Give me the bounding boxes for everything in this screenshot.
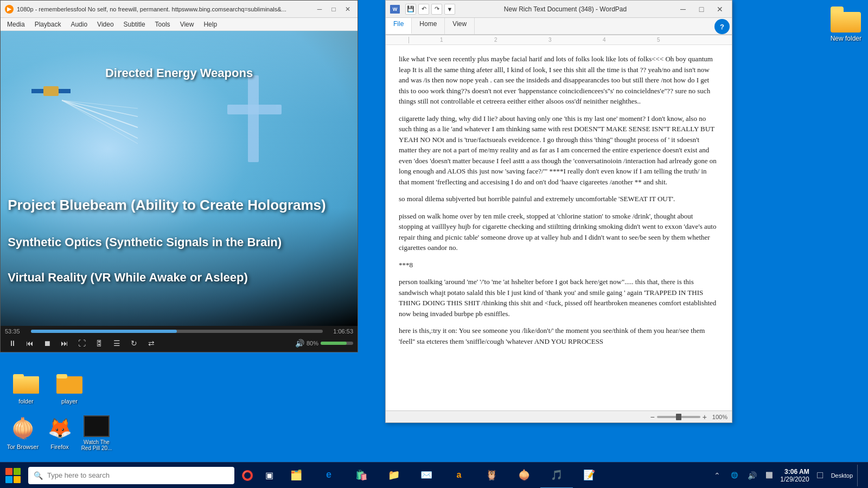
vlc-controls-area: 53:35 1:06:53 ⏸ ⏮ ⏹ ⏭ ⛶ 🎛 ☰ ↻ ⇄ 🔊 80% bbox=[1, 326, 358, 352]
windows-logo-br bbox=[14, 476, 21, 483]
tripadvisor-taskbar-icon: 🦉 bbox=[486, 469, 497, 481]
taskbar-app-explorer[interactable]: 🗂️ bbox=[280, 463, 312, 489]
wordpad-zoom-thumb bbox=[676, 414, 681, 420]
start-button[interactable] bbox=[0, 463, 26, 489]
wp-menu-icon[interactable]: ▼ bbox=[444, 4, 455, 15]
mail-taskbar-icon: ✉️ bbox=[420, 469, 432, 481]
desktop-icon-watch-redpill[interactable]: Watch The Red Pill 20... bbox=[80, 415, 113, 451]
wp-redo-icon[interactable]: ↷ bbox=[431, 4, 442, 15]
player-icon-label: player bbox=[61, 398, 78, 404]
wordpad-paragraph-2: so moral dilema subjverted but horrible … bbox=[399, 194, 719, 204]
wp-undo-icon[interactable]: ↶ bbox=[418, 4, 429, 15]
video-text-vr: Virtual Reality (VR While Awake or Aslee… bbox=[8, 271, 248, 285]
vlc-maximize-button[interactable]: □ bbox=[328, 4, 339, 15]
wordpad-toolbar-icons: 💾 ↶ ↷ ▼ bbox=[405, 4, 455, 15]
vlc-extended-button[interactable]: 🎛 bbox=[92, 337, 107, 350]
vlc-random-button[interactable]: ⇄ bbox=[144, 337, 159, 350]
task-view-button[interactable]: ▣ bbox=[258, 465, 280, 486]
wordpad-tab-file[interactable]: File bbox=[386, 18, 412, 34]
video-cross bbox=[221, 75, 286, 173]
vlc-menu-tools[interactable]: Tools bbox=[151, 20, 175, 29]
new-folder-image bbox=[831, 7, 861, 33]
folder-icon-img bbox=[13, 370, 39, 396]
vlc-fullscreen-button[interactable]: ⛶ bbox=[74, 337, 90, 350]
wordpad-zoom-slider[interactable] bbox=[657, 416, 700, 418]
taskbar-overflow-icon[interactable]: ⌃ bbox=[711, 469, 724, 482]
vlc-progress-fill bbox=[31, 330, 177, 333]
wordpad-minimize-button[interactable]: ─ bbox=[675, 3, 691, 16]
taskbar-app-files[interactable]: 📁 bbox=[378, 463, 410, 489]
taskbar-app-amazon[interactable]: a bbox=[443, 463, 475, 489]
vlc-menu-audio[interactable]: Audio bbox=[66, 20, 92, 29]
wordpad-paragraph-0: like what I've seen recently plus maybe … bbox=[399, 54, 719, 107]
taskbar-app-edge[interactable]: e bbox=[312, 463, 345, 489]
explorer-taskbar-icon: 🗂️ bbox=[290, 469, 302, 481]
wp-zoom-in-button[interactable]: + bbox=[703, 413, 707, 421]
taskbar-app-mail[interactable]: ✉️ bbox=[410, 463, 443, 489]
wordpad-paragraph-3: pissed on walk home over by ten mile cre… bbox=[399, 211, 719, 253]
desktop-row-2: 🧅 Tor Browser 🦊 Firefox Watch The Red Pi… bbox=[7, 415, 113, 451]
folder-icon-label: folder bbox=[18, 398, 34, 404]
vlc-volume-slider[interactable] bbox=[321, 342, 353, 345]
desktop-icon-tor-browser[interactable]: 🧅 Tor Browser bbox=[7, 415, 39, 451]
wordpad-paragraph-6: here is this,:try it on: You see someone… bbox=[399, 325, 719, 346]
taskbar-volume-icon[interactable]: 🔊 bbox=[745, 469, 758, 482]
desktop-icon-firefox[interactable]: 🦊 Firefox bbox=[43, 415, 76, 451]
ruler-mark-3: 3 bbox=[548, 37, 552, 43]
taskbar-clock[interactable]: 3:06 AM 1/29/2020 bbox=[780, 468, 809, 483]
vlc-minimize-button[interactable]: ─ bbox=[314, 4, 325, 15]
wp-zoom-out-button[interactable]: − bbox=[650, 413, 654, 421]
desktop-icon-folder[interactable]: folder bbox=[7, 370, 46, 404]
svg-line-4 bbox=[62, 100, 138, 144]
wordpad-content[interactable]: like what I've seen recently plus maybe … bbox=[386, 45, 732, 410]
taskbar-app-tripadvisor[interactable]: 🦉 bbox=[475, 463, 508, 489]
vlc-title: 1080p - rememberlessfool No self, no fre… bbox=[17, 6, 311, 12]
taskbar-action-center-icon[interactable]: □ bbox=[814, 469, 827, 482]
vlc-skip-back-button[interactable]: ⏮ bbox=[22, 337, 37, 350]
vlc-menu-subtitle[interactable]: Subtitle bbox=[119, 20, 150, 29]
vlc-menu-media[interactable]: Media bbox=[3, 20, 29, 29]
wordpad-zoom-level: 100% bbox=[712, 414, 727, 420]
taskbar-battery-icon[interactable]: ⬜ bbox=[763, 469, 776, 482]
tor-browser-icon: 🧅 bbox=[10, 415, 36, 441]
vlc-menu-video[interactable]: Video bbox=[93, 20, 118, 29]
wordpad-tab-view[interactable]: View bbox=[445, 18, 475, 34]
wordpad-maximize-button[interactable]: □ bbox=[694, 3, 709, 16]
taskbar-app-vlc[interactable]: 🎵 bbox=[540, 463, 573, 489]
cross-horizontal bbox=[227, 105, 282, 114]
vlc-playlist-button[interactable]: ☰ bbox=[109, 337, 124, 350]
wordpad-tab-home[interactable]: Home bbox=[412, 18, 445, 34]
vlc-progress-bar[interactable] bbox=[31, 330, 323, 333]
vlc-loop-button[interactable]: ↻ bbox=[126, 337, 142, 350]
vlc-menu-help[interactable]: Help bbox=[199, 20, 221, 29]
taskbar-app-wordpad[interactable]: 📝 bbox=[573, 463, 605, 489]
vlc-volume-label: 80% bbox=[307, 340, 318, 346]
firefox-label: Firefox bbox=[50, 444, 69, 450]
cortana-button[interactable]: ⭕ bbox=[237, 465, 258, 486]
vlc-menu-view[interactable]: View bbox=[176, 20, 199, 29]
taskbar-search-box[interactable]: 🔍 bbox=[28, 467, 234, 484]
taskbar-network-icon[interactable]: 🌐 bbox=[728, 469, 741, 482]
taskbar-app-tor[interactable]: 🧅 bbox=[508, 463, 540, 489]
vlc-play-pause-button[interactable]: ⏸ bbox=[5, 337, 20, 350]
taskbar-search-input[interactable] bbox=[47, 471, 229, 479]
vlc-skip-forward-button[interactable]: ⏭ bbox=[57, 337, 72, 350]
vlc-volume-icon: 🔊 bbox=[295, 339, 304, 348]
vlc-menu-playback[interactable]: Playback bbox=[30, 20, 66, 29]
vlc-close-button[interactable]: ✕ bbox=[342, 4, 353, 15]
desktop-icons-area: folder player 🧅 Tor Browser 🦊 Firefox Wa bbox=[0, 363, 119, 458]
desktop-icon-player[interactable]: player bbox=[50, 370, 89, 404]
tor-browser-label: Tor Browser bbox=[7, 444, 39, 450]
wordpad-ribbon: File Home View ? bbox=[386, 18, 732, 35]
new-folder-desktop-icon[interactable]: New folder bbox=[831, 7, 861, 42]
store-taskbar-icon: 🛍️ bbox=[355, 469, 367, 481]
vlc-stop-button[interactable]: ⏹ bbox=[40, 337, 55, 350]
taskbar-app-store[interactable]: 🛍️ bbox=[345, 463, 378, 489]
wordpad-paragraph-5: person toalking 'around 'me' '/'to 'me '… bbox=[399, 277, 719, 319]
wordpad-close-button[interactable]: ✕ bbox=[712, 3, 727, 16]
show-desktop-button[interactable] bbox=[857, 465, 861, 486]
wordpad-help-icon[interactable]: ? bbox=[714, 19, 730, 34]
video-text-synthetic: Synthetic Optics (Synthetic Signals in t… bbox=[8, 235, 282, 249]
video-text-project: Project Bluebeam (Ability to Create Holo… bbox=[8, 197, 326, 214]
wp-save-icon[interactable]: 💾 bbox=[405, 4, 416, 15]
